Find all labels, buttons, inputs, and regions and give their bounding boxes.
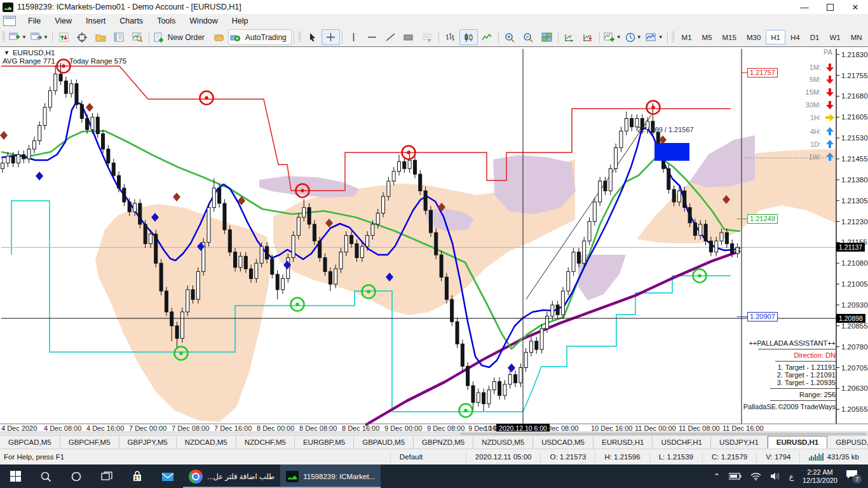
timeframe-button-d1[interactable]: D1: [805, 30, 825, 44]
range-header: AVG Range 771 Today Range 575: [3, 57, 126, 65]
fibonacci-button[interactable]: F: [418, 29, 437, 45]
price-chart[interactable]: 1.218301.217551.216801.216051.215301.214…: [0, 47, 868, 432]
channel-button[interactable]: [400, 29, 418, 45]
menu-window[interactable]: Window: [182, 15, 224, 27]
store-button[interactable]: [122, 464, 153, 488]
new-chart-button[interactable]: ▼: [7, 29, 29, 45]
toolbar-grip[interactable]: [298, 32, 301, 43]
taskbar-search-button[interactable]: [31, 464, 61, 488]
chart-tab-eurusdh1[interactable]: EURUSD,H1: [593, 436, 653, 449]
bull-candle: [720, 233, 723, 241]
highlight-rectangle[interactable]: [654, 143, 689, 161]
cursor-button[interactable]: [303, 29, 322, 45]
templates-button[interactable]: ▼: [644, 29, 665, 45]
bull-candle: [344, 235, 348, 252]
mail-button[interactable]: [153, 464, 183, 488]
chart-tab-usdchfh1[interactable]: USDCHF,H1: [653, 436, 711, 449]
horizontal-line-button[interactable]: [363, 29, 381, 45]
chart-tab-eurusdh1-active[interactable]: EURUSD,H1: [768, 436, 827, 449]
language-indicator[interactable]: ع: [789, 472, 794, 481]
bear-candle: [535, 341, 538, 349]
buy-signal-dot: [367, 290, 370, 294]
menu-tools[interactable]: Tools: [150, 15, 182, 27]
navigator-button[interactable]: [73, 29, 92, 45]
autotrading-button[interactable]: AutoTrading: [228, 29, 292, 45]
chart-tab-gbpusdh1[interactable]: GBPUSD,H1: [827, 436, 868, 449]
timeframe-button-m30[interactable]: M30: [742, 30, 766, 44]
line-chart-button[interactable]: [478, 29, 496, 45]
chart-tab-gbpaudm5[interactable]: GBPAUD,M5: [354, 436, 414, 449]
task-view-button[interactable]: [92, 464, 122, 488]
profiles-button[interactable]: ▼: [29, 29, 50, 45]
channel-icon: [403, 34, 414, 41]
chart-tab-gbpjpym5[interactable]: GBPJPY,M5: [119, 436, 177, 449]
collapse-triangle-icon[interactable]: ▼: [4, 50, 10, 56]
zoom-out-button[interactable]: [519, 29, 538, 45]
tile-windows-icon: [541, 32, 552, 42]
close-button[interactable]: ✕: [843, 0, 868, 14]
menu-help[interactable]: Help: [225, 15, 255, 27]
arrow-down-icon: [825, 74, 835, 85]
menu-charts[interactable]: Charts: [112, 15, 150, 27]
menu-insert[interactable]: Insert: [79, 15, 112, 27]
start-button[interactable]: [0, 464, 31, 488]
bear-candle: [118, 175, 121, 188]
timeframe-button-m1[interactable]: M1: [677, 30, 697, 44]
trendline-button[interactable]: [381, 29, 400, 45]
crosshair-button[interactable]: [322, 29, 340, 45]
wifi-icon[interactable]: [750, 472, 761, 480]
timeframe-button-m5[interactable]: M5: [697, 30, 717, 44]
chart-tab-gbpcadm5[interactable]: GBPCAD,M5: [0, 436, 60, 449]
tray-clock[interactable]: 2:22 AM 12/13/2020: [803, 468, 837, 485]
chart-tab-gbpchfm5[interactable]: GBPCHF,M5: [60, 436, 119, 449]
taskbar-mt4-task[interactable]: 11598239: ICMarket...: [280, 464, 381, 488]
speaker-icon[interactable]: [770, 472, 780, 480]
timeframe-button-h4[interactable]: H4: [785, 30, 805, 44]
chart-tab-eurgbpm5[interactable]: EURGBP,M5: [295, 436, 354, 449]
mt4-icon: [286, 471, 299, 482]
bear-candle: [80, 105, 83, 119]
favorites-button[interactable]: [92, 29, 110, 45]
battery-icon[interactable]: [729, 473, 742, 480]
indicators-button[interactable]: ▼: [602, 29, 623, 45]
market-watch-button[interactable]: [55, 29, 73, 45]
vertical-line-button[interactable]: [344, 29, 363, 45]
toolbar-grip[interactable]: [672, 32, 675, 43]
autotrading-label: AutoTrading: [242, 33, 290, 42]
new-order-button[interactable]: New Order: [151, 29, 210, 45]
bear-candle: [419, 174, 422, 191]
pallada-assistant-block: ++PALLADA ASSISTANT++ Direction: DN 1. T…: [743, 339, 836, 410]
chart-tab-gbpnzdm5[interactable]: GBPNZD,M5: [414, 436, 473, 449]
chart-tab-nzdcadm5[interactable]: NZDCAD,M5: [177, 436, 236, 449]
notification-center-button[interactable]: 7: [846, 470, 862, 484]
chart-area[interactable]: 1.218301.217551.216801.216051.215301.214…: [0, 46, 868, 431]
timeframe-button-h1[interactable]: H1: [766, 30, 785, 44]
taskbar-chrome-task[interactable]: طلب اضافة فلتر عل...: [183, 464, 280, 488]
minimize-button[interactable]: —: [792, 0, 817, 14]
maximize-button[interactable]: [817, 0, 843, 14]
chart-tab-usdcadm5[interactable]: USDCAD,M5: [533, 436, 593, 449]
toolbar-grip[interactable]: [2, 32, 5, 43]
periods-button[interactable]: ▼: [623, 29, 644, 45]
chart-shift-button[interactable]: [579, 29, 597, 45]
menu-file[interactable]: File: [21, 15, 48, 27]
tile-windows-button[interactable]: [538, 29, 556, 45]
strategy-tester-button[interactable]: [128, 29, 147, 45]
chart-tab-nzdchfm5[interactable]: NZDCHF,M5: [236, 436, 295, 449]
menu-view[interactable]: View: [48, 15, 79, 27]
tray-chevron-icon[interactable]: ⌃: [714, 472, 720, 481]
tf-signal-label: 30M:: [784, 101, 821, 109]
data-window-button[interactable]: [110, 29, 128, 45]
bar-chart-button[interactable]: [441, 29, 459, 45]
timeframe-button-m15[interactable]: M15: [717, 30, 742, 44]
timeframe-button-mn[interactable]: MN: [846, 30, 867, 44]
mql5-market-button[interactable]: [210, 29, 228, 45]
candlestick-button[interactable]: [459, 29, 478, 45]
bull-candle: [17, 154, 20, 163]
zoom-in-button[interactable]: [501, 29, 519, 45]
chart-tab-nzdusdm5[interactable]: NZDUSD,M5: [473, 436, 533, 449]
cortana-button[interactable]: [61, 464, 92, 488]
timeframe-button-w1[interactable]: W1: [824, 30, 845, 44]
auto-scroll-button[interactable]: [560, 29, 579, 45]
chart-tab-usdjpyh1[interactable]: USDJPY,H1: [711, 436, 768, 449]
